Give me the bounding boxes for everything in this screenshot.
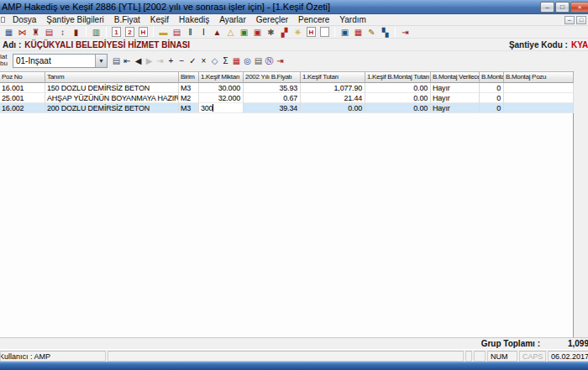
table-row[interactable]: 25.001AHŞAP YÜZÜNÜN BOYANMAYA HAZIR HALE… (0, 93, 573, 103)
last-record-icon[interactable]: ⇥ (155, 55, 165, 66)
report-doc-icon[interactable]: ▤ (43, 27, 55, 38)
calc-table-icon[interactable]: ▦ (231, 55, 242, 66)
book-icon[interactable]: ▮ (70, 27, 82, 38)
column-header-verilecek[interactable]: B.Montaj Verilecek mi ? (431, 72, 480, 83)
column-header-bfiyat[interactable]: 2002 Yılı B.Fiyatı (244, 72, 301, 83)
cell-tanim[interactable]: 200 DOZLU DEMİRSİZ BETON (45, 103, 179, 113)
cell-birim[interactable]: M3 (179, 83, 199, 93)
mdi-minimize-button[interactable]: – (564, 16, 575, 24)
cell-bmtutar[interactable]: 0.00 (365, 83, 431, 93)
cell-verilecek[interactable]: Hayır (431, 83, 480, 93)
cell-birim[interactable]: M2 (179, 93, 199, 103)
monitor-red-icon[interactable]: ▣ (251, 27, 264, 38)
tools-icon[interactable]: ✱ (265, 27, 277, 38)
pen-icon[interactable]: ✎ (365, 27, 378, 38)
prev-record-icon[interactable]: ◀ (133, 55, 144, 66)
mound-icon[interactable]: ▲ (211, 27, 223, 38)
column-header-poz[interactable]: Poz No (0, 72, 45, 83)
menu-pencere[interactable]: Pencere (293, 15, 334, 24)
add-record-icon[interactable]: + (165, 55, 176, 66)
plug-icon[interactable]: ⋈ (16, 27, 29, 38)
column-header-tanim[interactable]: Tanım (45, 72, 179, 83)
first-record-icon[interactable]: ⇤ (122, 55, 133, 66)
cell-tanim[interactable]: 150 DOZLU DEMİRSİZ BETON (45, 83, 179, 93)
column-header-birim[interactable]: Birim (179, 72, 199, 83)
cell-pct[interactable]: 0 (480, 103, 504, 113)
delete-record-icon[interactable]: − (176, 55, 187, 66)
cell-verilecek[interactable]: Hayır (431, 103, 480, 113)
sealed-doc-icon[interactable]: ▤ (171, 27, 183, 38)
next-record-icon[interactable]: ▶ (144, 55, 155, 66)
monitor-icon[interactable]: ▣ (339, 27, 351, 38)
menu-ke-if[interactable]: Keşif (145, 15, 174, 24)
bars-icon[interactable]: ‖ (184, 27, 197, 38)
group-dropdown[interactable]: 01-İnşaat ▼ (13, 54, 108, 68)
chart-icon[interactable]: ▚ (379, 27, 391, 38)
properties-icon[interactable]: ▤ (111, 55, 122, 66)
cell-pozu[interactable] (504, 103, 574, 113)
striped-notebook-icon[interactable]: ▥ (90, 27, 102, 38)
table-row[interactable]: 16.001150 DOZLU DEMİRSİZ BETONM330.00035… (0, 83, 573, 93)
column-header-bmtutar[interactable]: 1.Keşif B.Montaj Tutarı (365, 72, 431, 83)
cell-bfiyat[interactable]: 39.34 (244, 103, 301, 113)
blank-page-icon[interactable] (320, 27, 329, 37)
cell-poz[interactable]: 25.001 (0, 93, 45, 103)
chart-flag-icon[interactable]: ▞ (278, 27, 291, 38)
text-cursor-icon[interactable]: I (197, 27, 210, 38)
doc-h2-icon[interactable]: H (307, 27, 316, 37)
doc-2-icon[interactable]: 2 (125, 27, 134, 37)
minimize-button[interactable]: – (540, 2, 554, 13)
column-header-tutar[interactable]: 1.Keşif Tutarı (301, 72, 365, 83)
level-ruler-icon[interactable]: ▬ (157, 27, 170, 38)
cell-miktar[interactable]: 300 (199, 103, 244, 113)
cell-birim[interactable]: M3 (179, 103, 199, 113)
menu-gere-ler[interactable]: Gereçler (251, 15, 293, 24)
maximize-button[interactable]: □ (555, 2, 570, 13)
diamond-icon[interactable]: ◇ (209, 55, 220, 66)
cell-bfiyat[interactable]: 35.93 (244, 83, 301, 93)
cell-poz[interactable]: 16.001 (0, 83, 45, 93)
menu-b-fiyat[interactable]: B.Fiyat (109, 15, 145, 24)
cell-bmtutar[interactable]: 0.00 (365, 103, 431, 113)
cell-poz[interactable]: 16.002 (0, 103, 45, 113)
cell-tutar[interactable]: 0.00 (301, 103, 365, 113)
cell-tutar[interactable]: 21.44 (301, 93, 365, 103)
form-window-icon[interactable]: ▦ (3, 27, 15, 38)
print-preview-icon[interactable]: ◎ (242, 55, 253, 66)
sort-numbers-icon[interactable]: ↕ (56, 27, 69, 38)
cell-pct[interactable]: 0 (480, 93, 504, 103)
cell-pct[interactable]: 0 (480, 83, 504, 93)
column-header-pct[interactable]: B.Montaj % (480, 72, 504, 83)
menu--antiye-bilgileri[interactable]: Şantiye Bilgileri (41, 15, 108, 24)
mdi-restore-button[interactable]: □ (576, 16, 586, 24)
sum-icon[interactable]: Σ (220, 55, 231, 66)
pyramid-icon[interactable]: △ (224, 27, 237, 38)
menu-hakedi-[interactable]: Hakediş (174, 15, 214, 24)
cell-bmtutar[interactable]: 0.00 (365, 93, 431, 103)
sparkle-icon[interactable]: ✳ (291, 27, 304, 38)
edit-cell-value[interactable]: 300 (201, 104, 213, 112)
doc-1-icon[interactable]: 1 (112, 27, 121, 37)
doc-h-icon[interactable]: H (139, 27, 148, 37)
menu-ayarlar[interactable]: Ayarlar (214, 15, 251, 24)
cell-miktar[interactable]: 30.000 (199, 83, 244, 93)
column-header-pozu[interactable]: B.Montaj Pozu (504, 72, 574, 83)
menu-dosya[interactable]: Dosya (8, 15, 41, 24)
cell-verilecek[interactable]: Hayır (431, 93, 480, 103)
calendar-icon[interactable]: ▦ (352, 27, 365, 38)
column-header-miktar[interactable]: 1.Keşif Miktarı (199, 72, 244, 83)
cell-pozu[interactable] (504, 93, 574, 103)
cell-tanim[interactable]: AHŞAP YÜZÜNÜN BOYANMAYA HAZIR HALE GETİR… (45, 93, 179, 103)
cancel-record-icon[interactable]: × (198, 55, 209, 66)
chevron-down-icon[interactable]: ▼ (95, 55, 107, 67)
menu-yard-m[interactable]: Yardım (334, 15, 371, 24)
exit-icon[interactable]: ⇥ (399, 27, 412, 38)
cell-bfiyat[interactable]: 0.67 (244, 93, 301, 103)
close-button[interactable]: × (570, 2, 588, 13)
cell-miktar[interactable]: 32.000 (199, 93, 244, 103)
grid-doc-icon[interactable]: ▣ (238, 27, 250, 38)
n-circle-icon[interactable]: Ⓝ (264, 55, 275, 66)
table-row[interactable]: 16.002200 DOZLU DEMİRSİZ BETONM330039.34… (0, 103, 573, 113)
cell-pozu[interactable] (504, 83, 574, 93)
print-icon[interactable]: ▤ (253, 55, 264, 66)
